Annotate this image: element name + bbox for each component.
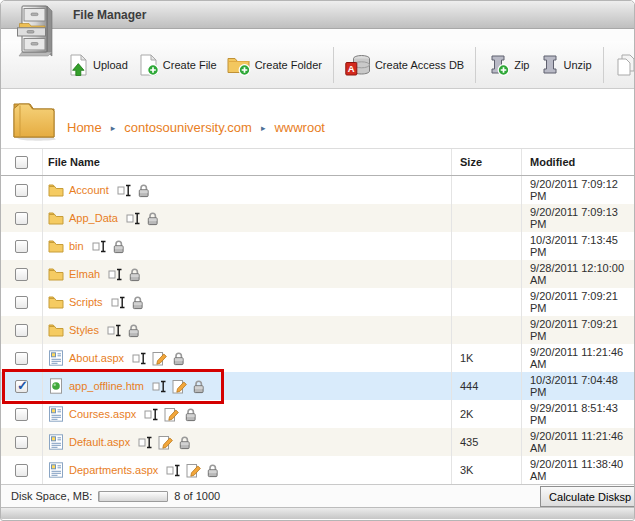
row-checkbox[interactable]	[15, 352, 28, 365]
copy-button[interactable]: Copy	[612, 53, 635, 77]
edit-icon[interactable]	[152, 351, 167, 366]
table-row-app-data[interactable]: App_Data9/20/2011 7:09:13 PM	[1, 204, 634, 232]
table-row-courses-aspx[interactable]: Courses.aspx2K9/29/2011 8:51:43 PM	[1, 400, 634, 428]
lock-icon[interactable]	[137, 183, 150, 198]
file-name-link[interactable]: Default.aspx	[69, 436, 130, 448]
toolbar-button-label: Unzip	[563, 59, 591, 71]
file-name-link[interactable]: Courses.aspx	[69, 408, 136, 420]
row-checkbox[interactable]	[15, 464, 28, 477]
rename-icon[interactable]	[117, 184, 132, 197]
toolbar-button-label: Upload	[93, 59, 128, 71]
lock-icon[interactable]	[127, 323, 140, 338]
folder-icon	[48, 239, 64, 253]
row-checkbox[interactable]	[15, 212, 28, 225]
file-name-link[interactable]: Scripts	[69, 296, 103, 308]
calculate-diskspace-button[interactable]: Calculate Disksp	[540, 486, 635, 507]
lock-icon[interactable]	[112, 239, 125, 254]
row-checkbox-cell	[1, 344, 43, 372]
upload-button[interactable]: Upload	[65, 53, 131, 77]
table-row-elmah[interactable]: Elmah9/28/2011 12:10:00 AM	[1, 260, 634, 288]
breadcrumb-item-wwwroot[interactable]: wwwroot	[274, 120, 325, 135]
breadcrumb-item-contosouniversity-com[interactable]: contosouniversity.com	[124, 120, 252, 135]
rename-icon[interactable]	[111, 296, 126, 309]
lock-icon[interactable]	[178, 435, 191, 450]
create-access-db-button[interactable]: ACreate Access DB	[342, 53, 467, 77]
table-row-default-aspx[interactable]: Default.aspx4359/20/2011 11:21:46 AM	[1, 428, 634, 456]
table-row-scripts[interactable]: Scripts9/20/2011 7:09:21 PM	[1, 288, 634, 316]
file-cabinet-icon	[13, 5, 59, 57]
rename-icon[interactable]	[126, 212, 141, 225]
row-checkbox[interactable]	[15, 380, 28, 393]
row-checkbox-cell	[1, 288, 43, 316]
file-name-link[interactable]: bin	[69, 240, 84, 252]
edit-icon[interactable]	[172, 379, 187, 394]
file-name-cell: Scripts	[43, 288, 452, 316]
create-file-icon	[138, 54, 159, 76]
file-modified: 9/20/2011 7:09:21 PM	[522, 288, 634, 316]
rename-icon[interactable]	[152, 380, 167, 393]
lock-icon[interactable]	[206, 463, 219, 478]
file-name-link[interactable]: Account	[69, 184, 109, 196]
zip-button[interactable]: Zip	[484, 53, 532, 77]
row-checkbox[interactable]	[15, 296, 28, 309]
file-size	[452, 288, 522, 316]
lock-icon[interactable]	[172, 351, 185, 366]
rename-icon[interactable]	[132, 352, 147, 365]
column-header-size-label: Size	[460, 156, 482, 168]
breadcrumb-item-home[interactable]: Home	[67, 120, 102, 135]
edit-icon[interactable]	[186, 463, 201, 478]
column-header-modified[interactable]: Modified	[522, 149, 634, 175]
row-checkbox[interactable]	[15, 408, 28, 421]
unzip-button[interactable]: Unzip	[536, 53, 594, 77]
table-row-bin[interactable]: bin10/3/2011 7:13:45 PM	[1, 232, 634, 260]
rename-icon[interactable]	[166, 464, 181, 477]
table-row-app-offline-htm[interactable]: app_offline.htm44410/3/2011 7:04:48 PM	[1, 372, 634, 400]
create-folder-button[interactable]: Create Folder	[224, 53, 325, 77]
file-table-body: Account9/20/2011 7:09:12 PMApp_Data9/20/…	[1, 176, 634, 484]
edit-icon[interactable]	[164, 407, 179, 422]
row-checkbox[interactable]	[15, 240, 28, 253]
file-size: 3K	[452, 456, 522, 484]
lock-icon[interactable]	[128, 267, 141, 282]
select-all-checkbox[interactable]	[15, 156, 28, 169]
file-name-link[interactable]: Styles	[69, 324, 99, 336]
breadcrumb: Home▸contosouniversity.com▸wwwroot	[67, 120, 325, 143]
create-file-button[interactable]: Create File	[135, 53, 220, 77]
table-row-about-aspx[interactable]: About.aspx1K9/20/2011 11:21:46 AM	[1, 344, 634, 372]
file-size	[452, 176, 522, 204]
column-header-size[interactable]: Size	[452, 149, 522, 175]
file-name-link[interactable]: About.aspx	[69, 352, 124, 364]
edit-icon[interactable]	[158, 435, 173, 450]
column-header-file-name[interactable]: File Name	[43, 149, 452, 175]
file-name-link[interactable]: App_Data	[69, 212, 118, 224]
lock-icon[interactable]	[192, 379, 205, 394]
rename-icon[interactable]	[108, 268, 123, 281]
breadcrumb-separator: ▸	[261, 123, 266, 133]
rename-icon[interactable]	[92, 240, 107, 253]
row-checkbox[interactable]	[15, 324, 28, 337]
row-checkbox[interactable]	[15, 268, 28, 281]
file-name-link[interactable]: app_offline.htm	[69, 380, 144, 392]
lock-icon[interactable]	[184, 407, 197, 422]
folder-icon	[48, 211, 64, 225]
file-name-link[interactable]: Departments.aspx	[69, 464, 158, 476]
file-modified: 9/20/2011 11:38:40 AM	[522, 456, 634, 484]
rename-icon[interactable]	[144, 408, 159, 421]
row-checkbox-cell	[1, 176, 43, 204]
svg-text:A: A	[348, 63, 355, 74]
file-modified: 9/20/2011 7:09:21 PM	[522, 316, 634, 344]
table-row-account[interactable]: Account9/20/2011 7:09:12 PM	[1, 176, 634, 204]
rename-icon[interactable]	[138, 436, 153, 449]
row-checkbox[interactable]	[15, 436, 28, 449]
file-name-link[interactable]: Elmah	[69, 268, 100, 280]
table-row-styles[interactable]: Styles9/20/2011 7:09:21 PM	[1, 316, 634, 344]
lock-icon[interactable]	[131, 295, 144, 310]
create-folder-icon	[227, 54, 251, 76]
toolbar: UploadCreate FileCreate FolderACreate Ac…	[1, 41, 634, 89]
row-checkbox[interactable]	[15, 184, 28, 197]
file-name-cell: Account	[43, 176, 452, 204]
lock-icon[interactable]	[146, 211, 159, 226]
rename-icon[interactable]	[107, 324, 122, 337]
table-row-departments-aspx[interactable]: Departments.aspx3K9/20/2011 11:38:40 AM	[1, 456, 634, 484]
disk-usage-text: 8 of 1000	[174, 490, 220, 502]
